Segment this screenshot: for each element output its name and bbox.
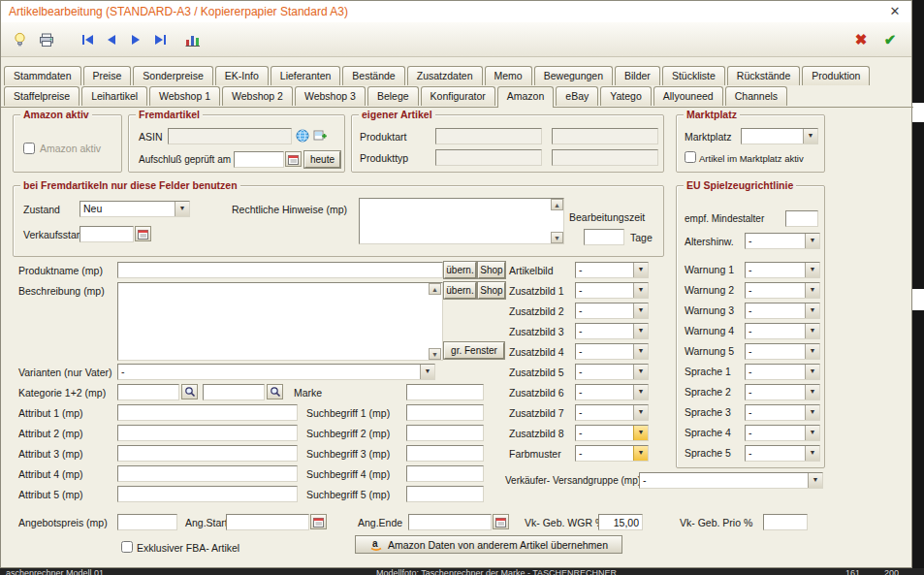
sprache-2-select[interactable]: - bbox=[745, 384, 820, 400]
beschreibung-uebern-button[interactable]: übern. bbox=[444, 282, 476, 299]
marke-input[interactable] bbox=[406, 384, 484, 400]
close-icon[interactable]: ✕ bbox=[886, 3, 904, 20]
asin-input[interactable] bbox=[168, 128, 292, 144]
dropdown-arrow-icon[interactable] bbox=[633, 283, 648, 298]
dropdown-arrow-icon[interactable] bbox=[633, 446, 648, 461]
beschreibung-textarea[interactable] bbox=[117, 282, 443, 361]
gr-fenster-button[interactable]: gr. Fenster bbox=[444, 342, 504, 359]
produktart-input-1[interactable] bbox=[435, 128, 542, 144]
dropdown-arrow-icon[interactable] bbox=[633, 426, 648, 440]
dropdown-arrow-icon[interactable] bbox=[633, 405, 648, 420]
print-button[interactable] bbox=[34, 27, 59, 52]
varianten-select[interactable]: - bbox=[117, 364, 435, 380]
warnung-1-select[interactable]: - bbox=[745, 262, 820, 278]
aufschluss-geprueft-date-input[interactable] bbox=[234, 151, 284, 168]
attribut-5-input[interactable] bbox=[117, 486, 298, 502]
tab-belege[interactable]: Belege bbox=[367, 86, 419, 106]
dropdown-arrow-icon[interactable] bbox=[805, 283, 819, 298]
angende-date-input[interactable] bbox=[408, 514, 492, 530]
angstart-date-input[interactable] bbox=[226, 514, 309, 530]
altershinw-select[interactable]: - bbox=[745, 233, 820, 249]
prev-record-button[interactable] bbox=[99, 27, 124, 52]
scroll-down-icon[interactable]: ▼ bbox=[429, 348, 441, 360]
bearbeitungszeit-input[interactable] bbox=[584, 229, 624, 245]
rechtliche-hinweise-textarea[interactable] bbox=[359, 198, 564, 244]
next-record-button[interactable] bbox=[123, 27, 148, 52]
versandgruppe-select[interactable]: - bbox=[639, 472, 823, 489]
attribut-4-input[interactable] bbox=[117, 465, 298, 482]
zusatzbild-5-select[interactable]: - bbox=[575, 364, 649, 380]
dropdown-arrow-icon[interactable] bbox=[805, 324, 819, 338]
tab-channels[interactable]: Channels bbox=[725, 86, 787, 106]
dropdown-arrow-icon[interactable] bbox=[805, 263, 819, 277]
aufschluss-calendar-button[interactable] bbox=[285, 151, 302, 167]
cancel-button[interactable]: ✖ bbox=[848, 27, 874, 52]
beschreibung-shop-button[interactable]: Shop bbox=[478, 282, 505, 299]
produkttyp-input-2[interactable] bbox=[552, 149, 658, 166]
tab-leihartikel[interactable]: Leihartikel bbox=[81, 86, 147, 106]
warnung-2-select[interactable]: - bbox=[745, 282, 820, 299]
tab-rueckstaende[interactable]: Rückstände bbox=[727, 66, 800, 85]
tab-staffelpreise[interactable]: Staffelpreise bbox=[4, 86, 80, 106]
dropdown-arrow-icon[interactable] bbox=[805, 344, 819, 359]
tab-bilder[interactable]: Bilder bbox=[615, 66, 660, 85]
suchbegriff-1-input[interactable] bbox=[406, 404, 484, 421]
dropdown-arrow-icon[interactable] bbox=[633, 303, 648, 318]
tab-allyouneed[interactable]: Allyouneed bbox=[653, 86, 723, 106]
tab-sonderpreise[interactable]: Sonderpreise bbox=[133, 66, 212, 85]
amazon-aktiv-checkbox[interactable] bbox=[23, 143, 35, 154]
zusatzbild-4-select[interactable]: - bbox=[575, 343, 649, 360]
dropdown-arrow-icon[interactable] bbox=[633, 365, 648, 379]
tab-zusatzdaten[interactable]: Zusatzdaten bbox=[407, 66, 483, 85]
warnung-5-select[interactable]: - bbox=[745, 343, 820, 360]
tab-ebay[interactable]: eBay bbox=[556, 86, 598, 106]
attribut-2-input[interactable] bbox=[117, 425, 298, 441]
dropdown-arrow-icon[interactable] bbox=[420, 365, 434, 379]
tab-stueckliste[interactable]: Stückliste bbox=[662, 66, 725, 85]
tab-webshop-1[interactable]: Webshop 1 bbox=[149, 86, 220, 106]
kategorie-1-search-button[interactable] bbox=[181, 384, 198, 399]
warnung-3-select[interactable]: - bbox=[745, 303, 820, 319]
tab-memo[interactable]: Memo bbox=[485, 66, 532, 85]
dropdown-arrow-icon[interactable] bbox=[805, 446, 819, 461]
mindestalter-input[interactable] bbox=[785, 210, 818, 227]
suchbegriff-4-input[interactable] bbox=[406, 465, 484, 482]
tab-webshop-3[interactable]: Webshop 3 bbox=[295, 86, 366, 106]
dropdown-arrow-icon[interactable] bbox=[805, 426, 819, 440]
artikelbild-select[interactable]: - bbox=[575, 262, 649, 278]
verkaufsstart-calendar-button[interactable] bbox=[135, 226, 151, 241]
suchbegriff-5-input[interactable] bbox=[406, 486, 484, 502]
zusatzbild-7-select[interactable]: - bbox=[575, 404, 649, 421]
attribut-1-input[interactable] bbox=[117, 404, 298, 421]
tab-ek-info[interactable]: EK-Info bbox=[215, 66, 269, 85]
tab-webshop-2[interactable]: Webshop 2 bbox=[222, 86, 293, 106]
sprache-3-select[interactable]: - bbox=[745, 404, 820, 421]
dropdown-arrow-icon[interactable] bbox=[805, 385, 819, 399]
zusatzbild-8-select[interactable]: - bbox=[575, 425, 649, 441]
attribut-3-input[interactable] bbox=[117, 445, 298, 462]
tab-preise[interactable]: Preise bbox=[83, 66, 132, 85]
suchbegriff-3-input[interactable] bbox=[406, 445, 484, 462]
tab-konfigurator[interactable]: Konfigurator bbox=[421, 86, 495, 106]
suchbegriff-2-input[interactable] bbox=[406, 425, 484, 441]
tab-produktion[interactable]: Produktion bbox=[802, 66, 870, 85]
heute-button[interactable]: heute bbox=[304, 151, 340, 168]
first-record-button[interactable] bbox=[75, 27, 100, 52]
dropdown-arrow-icon[interactable] bbox=[633, 263, 648, 277]
ok-button[interactable]: ✔ bbox=[877, 27, 903, 52]
tab-stammdaten[interactable]: Stammdaten bbox=[4, 66, 81, 85]
scroll-up-icon[interactable]: ▲ bbox=[551, 199, 563, 210]
wgr-input[interactable] bbox=[598, 514, 643, 530]
sprache-5-select[interactable]: - bbox=[745, 445, 820, 462]
zusatzbild-1-select[interactable]: - bbox=[575, 282, 649, 299]
tab-bewegungen[interactable]: Bewegungen bbox=[534, 66, 613, 85]
produktart-input-2[interactable] bbox=[552, 128, 658, 144]
tab-yatego[interactable]: Yatego bbox=[600, 86, 652, 106]
open-web-button[interactable] bbox=[295, 128, 310, 144]
dropdown-arrow-icon[interactable] bbox=[805, 303, 819, 318]
farbmuster-select[interactable]: - bbox=[575, 445, 649, 462]
tab-amazon[interactable]: Amazon bbox=[497, 86, 555, 108]
angstart-calendar-button[interactable] bbox=[310, 514, 327, 529]
dropdown-arrow-icon[interactable] bbox=[803, 129, 817, 144]
tab-bestaende[interactable]: Bestände bbox=[342, 66, 404, 85]
